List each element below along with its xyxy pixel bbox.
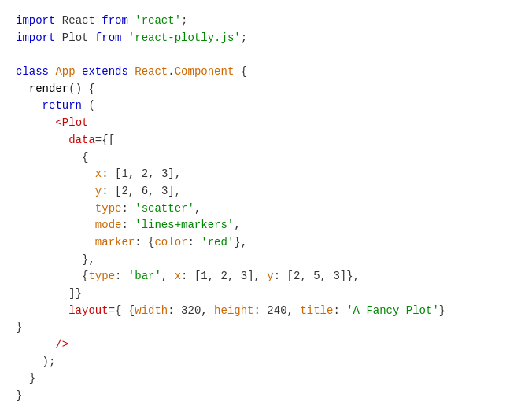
jsx-plot-open: <Plot — [55, 116, 88, 129]
keyword-from2: from — [95, 31, 122, 44]
str-scatter: 'scatter' — [135, 202, 194, 215]
keyword-import2: import — [16, 31, 55, 44]
line-14: marker: {color: 'red'}, — [16, 236, 247, 248]
line-5: render() { — [16, 83, 95, 95]
colon1: : [ — [102, 167, 121, 180]
colon2: : [ — [102, 185, 121, 197]
prop-mode: mode — [95, 219, 122, 231]
code-content: import React from 'react'; import Plot f… — [16, 13, 516, 401]
bracket-close2: ], — [168, 185, 181, 197]
line-21: ); — [16, 355, 55, 368]
dot: . — [168, 65, 174, 78]
line-11: y: [2, 6, 3], — [16, 185, 181, 197]
bracket-close3: ], — [247, 270, 267, 282]
colon12: : — [333, 304, 346, 317]
line-18: layout={ {width: 320, height: 240, title… — [16, 304, 445, 317]
brace-close1: }, — [234, 236, 247, 248]
brace-close4: } — [16, 321, 22, 333]
num-1a: 1 — [121, 167, 127, 180]
prop-y: y — [95, 185, 102, 197]
num-6: 6 — [142, 185, 148, 197]
prop-width: width — [135, 304, 168, 317]
code-editor: import React from 'react'; import Plot f… — [16, 13, 516, 401]
line-22: } — [16, 372, 35, 384]
prop-marker: marker — [95, 236, 135, 248]
comma13: , — [287, 304, 301, 317]
classname-app: App — [55, 65, 75, 78]
comma3: , — [128, 185, 142, 197]
line-23: } — [16, 389, 22, 401]
line-1: import React from 'react'; — [16, 14, 187, 27]
brace-open2: { — [88, 83, 94, 95]
colon10: : — [168, 304, 181, 317]
line-7: <Plot — [16, 116, 88, 129]
num-320: 320 — [181, 304, 201, 317]
paren2: ( — [88, 99, 94, 112]
comma10: , — [300, 270, 313, 282]
comma2: , — [148, 167, 161, 180]
string-plotly: 'react-plotly.js' — [128, 31, 241, 44]
comma8: , — [208, 270, 221, 282]
line-2: import Plot from 'react-plotly.js'; — [16, 31, 247, 44]
prop-type: type — [95, 202, 122, 215]
comma1: , — [128, 167, 142, 180]
num-2c: 2 — [221, 270, 227, 282]
num-5: 5 — [313, 270, 320, 282]
comma7: , — [161, 270, 175, 282]
line-16: {type: 'bar', x: [1, 2, 3], y: [2, 5, 3]… — [16, 270, 360, 282]
comma12: , — [201, 304, 214, 317]
keyword-return: return — [42, 99, 82, 112]
array-close: ]} — [68, 287, 82, 300]
keyword-class: class — [16, 65, 49, 78]
keyword-import: import — [16, 14, 55, 27]
num-240: 240 — [267, 304, 286, 317]
str-title: 'A Fancy Plot' — [346, 304, 439, 317]
line-9: { — [16, 151, 88, 164]
str-bar: 'bar' — [128, 270, 161, 282]
line-12: type: 'scatter', — [16, 202, 201, 215]
semicolon: ; — [181, 14, 187, 27]
prop-color: color — [154, 236, 187, 248]
num-3c: 3 — [241, 270, 247, 282]
comma11: , — [320, 270, 334, 282]
num-2a: 2 — [142, 167, 148, 180]
colon7: : — [115, 270, 128, 282]
identifier-plot: Plot — [62, 31, 89, 44]
classname-component: Component — [175, 65, 235, 78]
prop-type2: type — [88, 270, 115, 282]
colon8: : [ — [181, 270, 201, 282]
line-4: class App extends React.Component { — [16, 65, 247, 78]
paren-open: () — [68, 83, 82, 95]
bracket-close4: ]}, — [340, 270, 360, 282]
jsx-data-attr: data — [68, 134, 95, 146]
str-mode: 'lines+markers' — [135, 219, 234, 231]
brace-close3: } — [439, 304, 445, 317]
prop-x: x — [95, 167, 102, 180]
line-10: x: [1, 2, 3], — [16, 167, 181, 180]
colon9: : [ — [274, 270, 294, 282]
comma9: , — [227, 270, 241, 282]
colon4: : — [121, 219, 135, 231]
colon5: : { — [135, 236, 154, 248]
jsx-self-close: /> — [55, 338, 68, 351]
keyword-extends: extends — [82, 65, 128, 78]
num-3d: 3 — [333, 270, 339, 282]
line-13: mode: 'lines+markers', — [16, 219, 241, 231]
keyword-from: from — [102, 14, 128, 27]
semicolon2: ; — [241, 31, 247, 44]
colon3: : — [121, 202, 135, 215]
classname-react: React — [135, 65, 168, 78]
colon6: : — [187, 236, 201, 248]
comma4: , — [148, 185, 161, 197]
bracket-close1: ], — [168, 167, 181, 180]
str-red: 'red' — [201, 236, 234, 248]
line-20: /> — [16, 338, 68, 351]
equals: ={[ — [95, 134, 115, 146]
jsx-layout-attr: layout — [68, 304, 108, 317]
prop-x2: x — [175, 270, 181, 282]
prop-title: title — [300, 304, 333, 317]
comma5: , — [194, 202, 201, 215]
colon11: : — [254, 304, 268, 317]
prop-height: height — [214, 304, 253, 317]
prop-y2: y — [267, 270, 273, 282]
